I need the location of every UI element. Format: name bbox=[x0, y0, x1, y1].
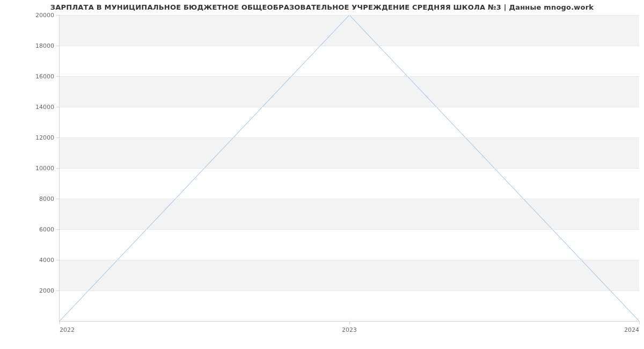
y-tick-label: 6000 bbox=[39, 226, 54, 233]
y-tick bbox=[56, 46, 60, 46]
y-tick-label: 4000 bbox=[39, 257, 54, 264]
y-tick-label: 16000 bbox=[35, 73, 54, 80]
chart-container: ЗАРПЛАТА В МУНИЦИПАЛЬНОЕ БЮДЖЕТНОЕ ОБЩЕО… bbox=[0, 0, 644, 349]
y-grid-line bbox=[60, 199, 639, 199]
y-grid-line bbox=[60, 290, 639, 291]
y-tick-label: 2000 bbox=[39, 287, 54, 294]
y-tick bbox=[56, 76, 60, 77]
y-tick bbox=[56, 290, 60, 291]
chart-title: ЗАРПЛАТА В МУНИЦИПАЛЬНОЕ БЮДЖЕТНОЕ ОБЩЕО… bbox=[0, 3, 644, 11]
x-tick bbox=[639, 321, 640, 324]
y-tick bbox=[56, 107, 60, 107]
y-grid-line bbox=[60, 76, 639, 77]
x-tick-label: 2024 bbox=[624, 326, 639, 333]
y-grid-line bbox=[60, 168, 639, 169]
y-tick-label: 10000 bbox=[35, 165, 54, 172]
y-tick-label: 14000 bbox=[35, 104, 54, 111]
y-tick-label: 8000 bbox=[39, 195, 54, 202]
x-tick bbox=[349, 321, 350, 324]
y-grid-line bbox=[60, 46, 639, 46]
y-grid-line bbox=[60, 137, 639, 138]
y-tick-label: 18000 bbox=[35, 42, 54, 49]
x-tick-label: 2023 bbox=[342, 326, 357, 333]
y-tick-label: 20000 bbox=[35, 12, 54, 19]
y-tick bbox=[56, 199, 60, 199]
y-tick-label: 12000 bbox=[35, 134, 54, 141]
y-tick bbox=[56, 260, 60, 260]
x-tick-label: 2022 bbox=[60, 326, 75, 333]
x-tick bbox=[60, 321, 60, 324]
y-grid-line bbox=[60, 107, 639, 107]
y-grid-line bbox=[60, 15, 639, 16]
y-grid-line bbox=[60, 260, 639, 260]
plot-area: 2000400060008000100001200014000160001800… bbox=[59, 15, 639, 322]
y-tick bbox=[56, 168, 60, 169]
y-tick bbox=[56, 229, 60, 230]
y-grid-line bbox=[60, 229, 639, 230]
y-tick bbox=[56, 137, 60, 138]
y-tick bbox=[56, 15, 60, 16]
